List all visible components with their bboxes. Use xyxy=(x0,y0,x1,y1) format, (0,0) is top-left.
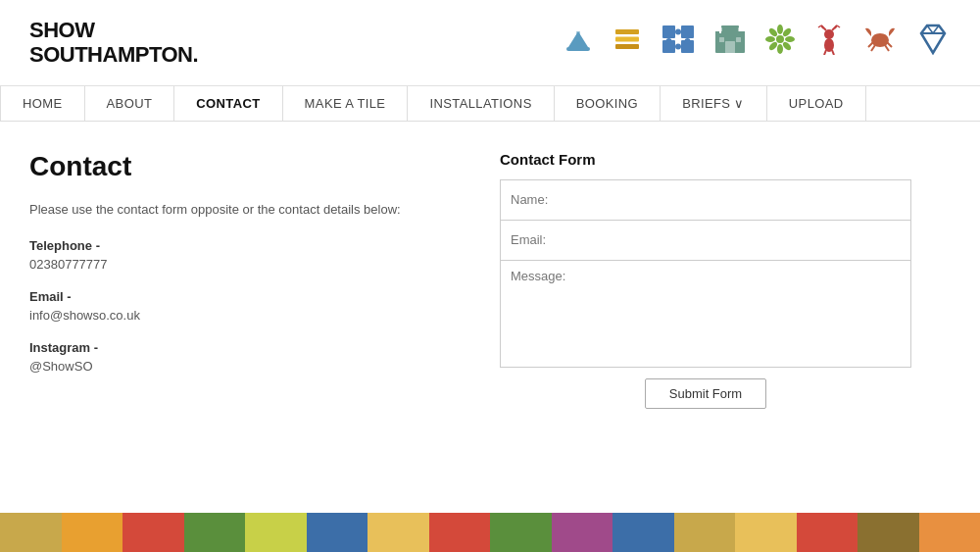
contact-form-column: Contact Form Submit Form xyxy=(500,151,911,409)
svg-line-51 xyxy=(885,45,889,51)
nav-make-a-tile[interactable]: MAKE A TILE xyxy=(283,86,409,121)
svg-line-44 xyxy=(832,50,834,55)
telephone-value: 02380777777 xyxy=(29,257,441,272)
svg-rect-24 xyxy=(733,31,737,35)
form-title: Contact Form xyxy=(500,151,911,168)
contact-description: Please use the contact form opposite or … xyxy=(29,202,441,217)
svg-line-50 xyxy=(887,42,892,47)
svg-line-49 xyxy=(871,45,875,51)
svg-rect-16 xyxy=(718,27,722,31)
svg-line-43 xyxy=(824,50,826,55)
svg-rect-2 xyxy=(566,47,590,51)
name-input[interactable] xyxy=(500,179,911,221)
svg-rect-4 xyxy=(615,36,639,41)
svg-rect-7 xyxy=(681,25,694,38)
svg-rect-21 xyxy=(715,31,719,35)
nav-booking[interactable]: BOOKING xyxy=(555,86,661,121)
contact-info-column: Contact Please use the contact form oppo… xyxy=(29,151,441,409)
diamond-icon[interactable] xyxy=(915,24,951,62)
svg-point-11 xyxy=(675,43,681,49)
svg-rect-25 xyxy=(739,31,745,35)
svg-rect-3 xyxy=(615,29,639,34)
building-icon[interactable] xyxy=(713,24,747,62)
contact-form: Submit Form xyxy=(500,179,911,409)
svg-rect-20 xyxy=(736,37,741,42)
svg-line-38 xyxy=(818,25,821,27)
svg-point-47 xyxy=(882,34,886,38)
svg-point-32 xyxy=(781,26,792,37)
logo-line2: SOUTHAMPTON. xyxy=(29,42,198,67)
svg-point-46 xyxy=(874,34,878,38)
svg-point-33 xyxy=(767,40,778,51)
email-label: Email - xyxy=(29,289,441,304)
svg-point-31 xyxy=(767,26,778,37)
site-header: SHOW SOUTHAMPTON. xyxy=(0,0,980,86)
svg-line-41 xyxy=(837,25,840,27)
svg-point-45 xyxy=(871,33,889,47)
logo-line1: SHOW xyxy=(29,18,94,42)
svg-point-27 xyxy=(777,25,783,34)
svg-point-29 xyxy=(765,36,775,42)
site-logo[interactable]: SHOW SOUTHAMPTON. xyxy=(29,18,198,68)
nav-about[interactable]: ABOUT xyxy=(85,86,175,121)
svg-rect-18 xyxy=(725,41,735,53)
nav-contact[interactable]: CONTACT xyxy=(174,86,282,121)
svg-point-30 xyxy=(785,36,795,42)
deer-icon[interactable] xyxy=(813,24,845,62)
svg-rect-22 xyxy=(721,31,725,35)
nav-upload[interactable]: UPLOAD xyxy=(767,86,866,121)
puzzle-icon[interactable] xyxy=(661,24,696,62)
svg-rect-19 xyxy=(719,37,724,42)
nav-installations[interactable]: INSTALLATIONS xyxy=(408,86,554,121)
nav-home[interactable]: HOME xyxy=(0,86,85,121)
page-title: Contact xyxy=(29,151,441,182)
message-input[interactable] xyxy=(500,260,911,368)
header-icon-row xyxy=(563,24,951,62)
svg-line-48 xyxy=(868,42,873,47)
svg-rect-6 xyxy=(662,25,675,38)
svg-point-34 xyxy=(781,40,792,51)
submit-button[interactable]: Submit Form xyxy=(645,378,766,409)
main-content: Contact Please use the contact form oppo… xyxy=(0,122,980,448)
main-nav: HOME ABOUT CONTACT MAKE A TILE INSTALLAT… xyxy=(0,86,980,122)
telephone-label: Telephone - xyxy=(29,238,441,253)
svg-rect-23 xyxy=(727,31,731,35)
instagram-label: Instagram - xyxy=(29,340,441,355)
svg-point-12 xyxy=(666,38,672,44)
nav-briefs[interactable]: BRIEFS ∨ xyxy=(661,86,767,121)
instagram-value: @ShowSO xyxy=(29,359,441,374)
boat-icon[interactable] xyxy=(563,24,594,62)
svg-rect-1 xyxy=(576,31,580,47)
crab-icon[interactable] xyxy=(862,24,898,62)
svg-point-28 xyxy=(777,44,783,54)
email-value: info@showso.co.uk xyxy=(29,308,441,323)
flower-icon[interactable] xyxy=(764,24,796,62)
svg-point-10 xyxy=(675,28,681,34)
email-input[interactable] xyxy=(500,220,911,261)
stack-icon[interactable] xyxy=(612,24,643,62)
svg-rect-17 xyxy=(738,27,742,31)
svg-point-13 xyxy=(685,38,691,44)
svg-point-26 xyxy=(776,35,784,43)
svg-marker-52 xyxy=(921,25,945,53)
svg-rect-5 xyxy=(615,44,639,49)
